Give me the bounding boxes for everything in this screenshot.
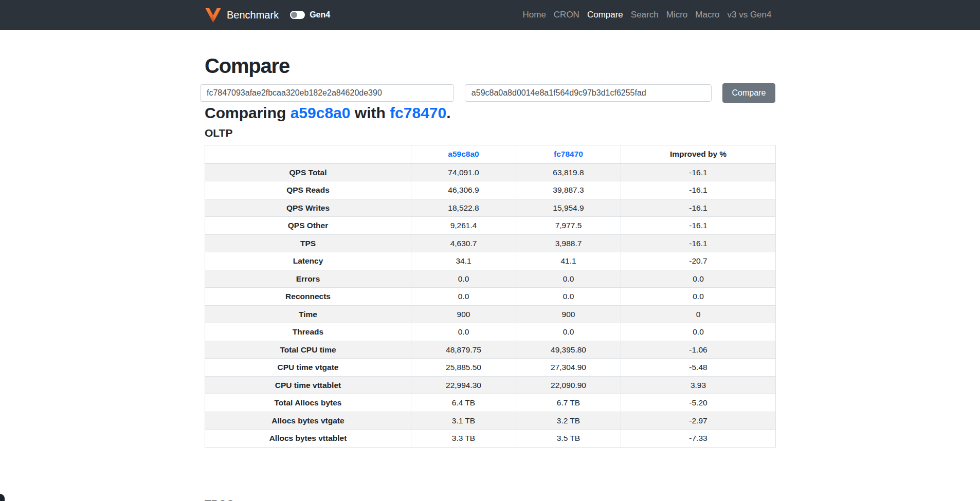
table-row: Reconnects0.00.00.0 bbox=[205, 288, 776, 306]
value-cell: 34.1 bbox=[411, 252, 516, 270]
value-cell: -16.1 bbox=[621, 163, 776, 181]
right-commit-header[interactable]: fc78470 bbox=[516, 145, 621, 163]
value-cell: 74,091.0 bbox=[411, 163, 516, 181]
metric-cell: TPS bbox=[205, 234, 411, 252]
metric-cell: CPU time vttablet bbox=[205, 376, 411, 394]
value-cell: 4,630.7 bbox=[411, 234, 516, 252]
comparing-suffix: . bbox=[446, 104, 450, 121]
value-cell: 27,304.90 bbox=[516, 359, 621, 377]
value-cell: 46,306.9 bbox=[411, 181, 516, 199]
value-cell: -20.7 bbox=[621, 252, 776, 270]
value-cell: -2.97 bbox=[621, 412, 776, 430]
metric-header bbox=[205, 145, 411, 163]
value-cell: 900 bbox=[411, 305, 516, 323]
nav-link-micro[interactable]: Micro bbox=[662, 10, 692, 20]
value-cell: 0.0 bbox=[621, 288, 776, 306]
value-cell: 0.0 bbox=[621, 270, 776, 288]
page-title: Compare bbox=[205, 53, 775, 78]
compare-form: Compare bbox=[200, 83, 775, 103]
metric-cell: QPS Other bbox=[205, 217, 411, 235]
value-cell: 0.0 bbox=[411, 323, 516, 341]
metric-cell: Total Allocs bytes bbox=[205, 394, 411, 412]
metric-cell: Total CPU time bbox=[205, 341, 411, 359]
nav-link-macro[interactable]: Macro bbox=[692, 10, 723, 20]
brand-link[interactable]: Benchmark bbox=[205, 7, 279, 23]
brand-label: Benchmark bbox=[227, 9, 279, 21]
comparing-heading: Comparing a59c8a0 with fc78470. bbox=[205, 104, 775, 122]
table-row: CPU time vttablet22,994.3022,090.903.93 bbox=[205, 376, 776, 394]
value-cell: 6.7 TB bbox=[516, 394, 621, 412]
value-cell: 0.0 bbox=[411, 288, 516, 306]
left-commit-input[interactable] bbox=[200, 84, 454, 102]
value-cell: -16.1 bbox=[621, 199, 776, 217]
gen4-toggle-label: Gen4 bbox=[310, 10, 330, 20]
value-cell: 0.0 bbox=[516, 323, 621, 341]
value-cell: -16.1 bbox=[621, 217, 776, 235]
compare-button[interactable]: Compare bbox=[722, 83, 775, 103]
gen4-toggle[interactable] bbox=[290, 11, 305, 19]
value-cell: 3.3 TB bbox=[411, 430, 516, 448]
value-cell: 39,887.3 bbox=[516, 181, 621, 199]
oltp-section-title: OLTP bbox=[205, 126, 775, 140]
table-row: QPS Total74,091.063,819.8-16.1 bbox=[205, 163, 776, 181]
value-cell: 48,879.75 bbox=[411, 341, 516, 359]
table-row: Allocs bytes vttablet3.3 TB3.5 TB-7.33 bbox=[205, 430, 776, 448]
value-cell: 15,954.9 bbox=[516, 199, 621, 217]
table-row: Total CPU time48,879.7549,395.80-1.06 bbox=[205, 341, 776, 359]
right-commit-input[interactable] bbox=[465, 84, 712, 102]
nav-link-compare[interactable]: Compare bbox=[583, 10, 627, 20]
gen4-toggle-group: Gen4 bbox=[290, 10, 330, 20]
value-cell: 3.5 TB bbox=[516, 430, 621, 448]
value-cell: 25,885.50 bbox=[411, 359, 516, 377]
value-cell: 0 bbox=[621, 305, 776, 323]
value-cell: -5.48 bbox=[621, 359, 776, 377]
metric-cell: QPS Reads bbox=[205, 181, 411, 199]
table-row: CPU time vtgate25,885.5027,304.90-5.48 bbox=[205, 359, 776, 377]
metric-cell: Errors bbox=[205, 270, 411, 288]
value-cell: -16.1 bbox=[621, 234, 776, 252]
table-header-row: a59c8a0 fc78470 Improved by % bbox=[205, 145, 776, 163]
metric-cell: QPS Total bbox=[205, 163, 411, 181]
value-cell: 49,395.80 bbox=[516, 341, 621, 359]
metric-cell: Latency bbox=[205, 252, 411, 270]
right-commit-link[interactable]: fc78470 bbox=[390, 104, 446, 121]
value-cell: 0.0 bbox=[516, 270, 621, 288]
nav-link-search[interactable]: Search bbox=[627, 10, 662, 20]
comparing-middle: with bbox=[350, 104, 390, 121]
value-cell: 3.2 TB bbox=[516, 412, 621, 430]
value-cell: -5.20 bbox=[621, 394, 776, 412]
oltp-table-body: QPS Total74,091.063,819.8-16.1QPS Reads4… bbox=[205, 163, 776, 448]
value-cell: 41.1 bbox=[516, 252, 621, 270]
value-cell: 6.4 TB bbox=[411, 394, 516, 412]
table-row: TPS4,630.73,988.7-16.1 bbox=[205, 234, 776, 252]
left-commit-link[interactable]: a59c8a0 bbox=[291, 104, 351, 121]
value-cell: -16.1 bbox=[621, 181, 776, 199]
vitess-logo-icon bbox=[205, 7, 222, 23]
table-row: QPS Writes18,522.815,954.9-16.1 bbox=[205, 199, 776, 217]
improved-header: Improved by % bbox=[621, 145, 776, 163]
nav-link-home[interactable]: Home bbox=[519, 10, 550, 20]
value-cell: -7.33 bbox=[621, 430, 776, 448]
oltp-table: a59c8a0 fc78470 Improved by % QPS Total7… bbox=[205, 145, 776, 448]
value-cell: -1.06 bbox=[621, 341, 776, 359]
table-row: Errors0.00.00.0 bbox=[205, 270, 776, 288]
value-cell: 18,522.8 bbox=[411, 199, 516, 217]
metric-cell: Allocs bytes vtgate bbox=[205, 412, 411, 430]
value-cell: 63,819.8 bbox=[516, 163, 621, 181]
metric-cell: QPS Writes bbox=[205, 199, 411, 217]
table-row: Threads0.00.00.0 bbox=[205, 323, 776, 341]
metric-cell: Allocs bytes vttablet bbox=[205, 430, 411, 448]
comparing-prefix: Comparing bbox=[205, 104, 291, 121]
toggle-knob bbox=[291, 12, 297, 18]
table-row: Time9009000 bbox=[205, 305, 776, 323]
nav-link-cron[interactable]: CRON bbox=[550, 10, 583, 20]
table-row: QPS Other9,261.47,977.5-16.1 bbox=[205, 217, 776, 235]
table-row: Allocs bytes vtgate3.1 TB3.2 TB-2.97 bbox=[205, 412, 776, 430]
metric-cell: CPU time vtgate bbox=[205, 359, 411, 377]
table-row: Latency34.141.1-20.7 bbox=[205, 252, 776, 270]
table-row: Total Allocs bytes6.4 TB6.7 TB-5.20 bbox=[205, 394, 776, 412]
nav-link-v3-vs-gen4[interactable]: v3 vs Gen4 bbox=[723, 10, 775, 20]
value-cell: 0.0 bbox=[411, 270, 516, 288]
left-commit-header[interactable]: a59c8a0 bbox=[411, 145, 516, 163]
value-cell: 3,988.7 bbox=[516, 234, 621, 252]
